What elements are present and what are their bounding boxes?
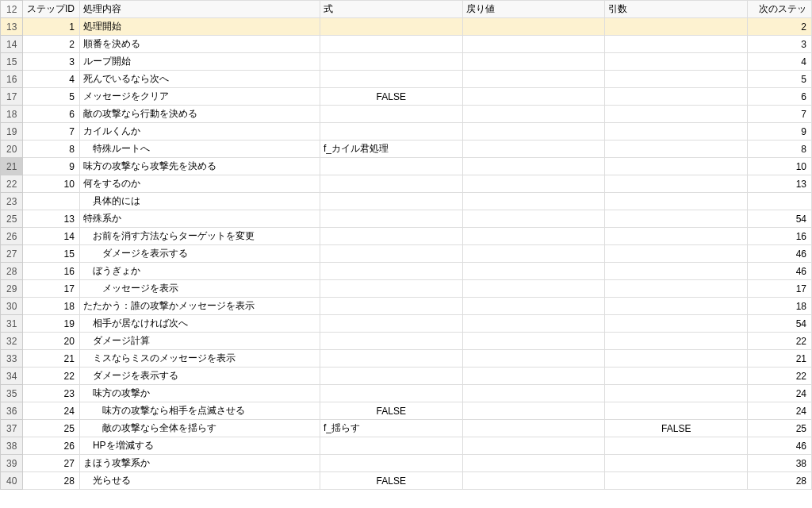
cell-return[interactable]	[462, 36, 605, 53]
cell-stepid[interactable]: 21	[23, 350, 80, 368]
cell-stepid[interactable]: 7	[23, 123, 80, 140]
cell-return[interactable]	[462, 71, 605, 88]
row-number[interactable]: 38	[1, 437, 23, 455]
cell-content[interactable]: ダメージを表示する	[79, 368, 320, 385]
cell-return[interactable]	[462, 350, 605, 368]
cell-formula[interactable]	[320, 210, 462, 228]
cell-formula[interactable]	[320, 18, 462, 36]
cell-return[interactable]	[462, 368, 605, 385]
cell-stepid[interactable]: 14	[23, 228, 80, 245]
cell-args[interactable]	[605, 333, 748, 350]
cell-next[interactable]: 54	[748, 210, 812, 228]
cell-args[interactable]	[605, 402, 748, 420]
cell-return[interactable]	[462, 158, 605, 175]
row-number[interactable]: 34	[1, 368, 23, 385]
header-args[interactable]: 引数	[605, 1, 748, 18]
row-number[interactable]: 32	[1, 333, 23, 350]
cell-formula[interactable]	[320, 193, 462, 210]
cell-args[interactable]	[605, 368, 748, 385]
cell-next[interactable]: 46	[748, 437, 812, 455]
cell-args[interactable]	[605, 245, 748, 263]
cell-content[interactable]: 相手が居なければ次へ	[79, 315, 320, 333]
cell-args[interactable]: FALSE	[605, 420, 748, 437]
cell-content[interactable]: 味方の攻撃なら攻撃先を決める	[79, 158, 320, 175]
cell-next[interactable]: 24	[748, 385, 812, 402]
cell-formula[interactable]	[320, 315, 462, 333]
cell-args[interactable]	[605, 36, 748, 53]
cell-content[interactable]: お前を消す方法ならターゲットを変更	[79, 228, 320, 245]
cell-formula[interactable]	[320, 437, 462, 455]
cell-args[interactable]	[605, 228, 748, 245]
header-return[interactable]: 戻り値	[462, 1, 605, 18]
cell-content[interactable]: 特殊系か	[79, 210, 320, 228]
cell-content[interactable]: 何をするのか	[79, 175, 320, 193]
cell-return[interactable]	[462, 193, 605, 210]
cell-stepid[interactable]: 8	[23, 140, 80, 158]
cell-next[interactable]: 38	[748, 455, 812, 472]
cell-formula[interactable]	[320, 228, 462, 245]
cell-formula[interactable]: FALSE	[320, 88, 462, 106]
cell-stepid[interactable]: 23	[23, 385, 80, 402]
cell-args[interactable]	[605, 158, 748, 175]
cell-formula[interactable]: f_カイル君処理	[320, 140, 462, 158]
cell-return[interactable]	[462, 140, 605, 158]
cell-formula[interactable]: FALSE	[320, 472, 462, 490]
cell-next[interactable]: 46	[748, 245, 812, 263]
cell-args[interactable]	[605, 53, 748, 71]
cell-return[interactable]	[462, 175, 605, 193]
row-number[interactable]: 14	[1, 36, 23, 53]
row-number[interactable]: 18	[1, 106, 23, 123]
cell-content[interactable]: ぼうぎょか	[79, 263, 320, 280]
cell-stepid[interactable]: 9	[23, 158, 80, 175]
cell-return[interactable]	[462, 53, 605, 71]
row-number[interactable]: 13	[1, 18, 23, 36]
row-number[interactable]: 40	[1, 472, 23, 490]
cell-next[interactable]: 16	[748, 228, 812, 245]
cell-return[interactable]	[462, 402, 605, 420]
cell-stepid[interactable]: 17	[23, 280, 80, 298]
cell-next[interactable]: 18	[748, 298, 812, 315]
row-number[interactable]: 19	[1, 123, 23, 140]
cell-args[interactable]	[605, 210, 748, 228]
cell-next[interactable]: 8	[748, 140, 812, 158]
cell-content[interactable]: ループ開始	[79, 53, 320, 71]
cell-next[interactable]: 3	[748, 36, 812, 53]
cell-content[interactable]: 味方の攻撃なら相手を点滅させる	[79, 402, 320, 420]
cell-return[interactable]	[462, 88, 605, 106]
cell-content[interactable]: メッセージを表示	[79, 280, 320, 298]
cell-stepid[interactable]: 25	[23, 420, 80, 437]
cell-args[interactable]	[605, 123, 748, 140]
cell-formula[interactable]	[320, 368, 462, 385]
cell-next[interactable]: 10	[748, 158, 812, 175]
cell-stepid[interactable]: 24	[23, 402, 80, 420]
cell-formula[interactable]	[320, 106, 462, 123]
cell-args[interactable]	[605, 175, 748, 193]
cell-return[interactable]	[462, 228, 605, 245]
cell-stepid[interactable]	[23, 193, 80, 210]
cell-return[interactable]	[462, 263, 605, 280]
cell-stepid[interactable]: 18	[23, 298, 80, 315]
cell-next[interactable]: 7	[748, 106, 812, 123]
cell-content[interactable]: メッセージをクリア	[79, 88, 320, 106]
cell-args[interactable]	[605, 315, 748, 333]
row-number[interactable]: 30	[1, 298, 23, 315]
cell-return[interactable]	[462, 210, 605, 228]
cell-args[interactable]	[605, 455, 748, 472]
row-number[interactable]: 21	[1, 158, 23, 175]
cell-stepid[interactable]: 28	[23, 472, 80, 490]
cell-stepid[interactable]: 3	[23, 53, 80, 71]
cell-next[interactable]: 9	[748, 123, 812, 140]
cell-args[interactable]	[605, 193, 748, 210]
cell-next[interactable]: 24	[748, 402, 812, 420]
cell-next[interactable]: 13	[748, 175, 812, 193]
cell-next[interactable]: 22	[748, 333, 812, 350]
cell-content[interactable]: たたかう：誰の攻撃かメッセージを表示	[79, 298, 320, 315]
cell-return[interactable]	[462, 18, 605, 36]
cell-args[interactable]	[605, 472, 748, 490]
cell-next[interactable]: 2	[748, 18, 812, 36]
cell-args[interactable]	[605, 88, 748, 106]
cell-next[interactable]	[748, 193, 812, 210]
cell-content[interactable]: 順番を決める	[79, 36, 320, 53]
header-next[interactable]: 次のステッ	[748, 1, 812, 18]
cell-next[interactable]: 54	[748, 315, 812, 333]
